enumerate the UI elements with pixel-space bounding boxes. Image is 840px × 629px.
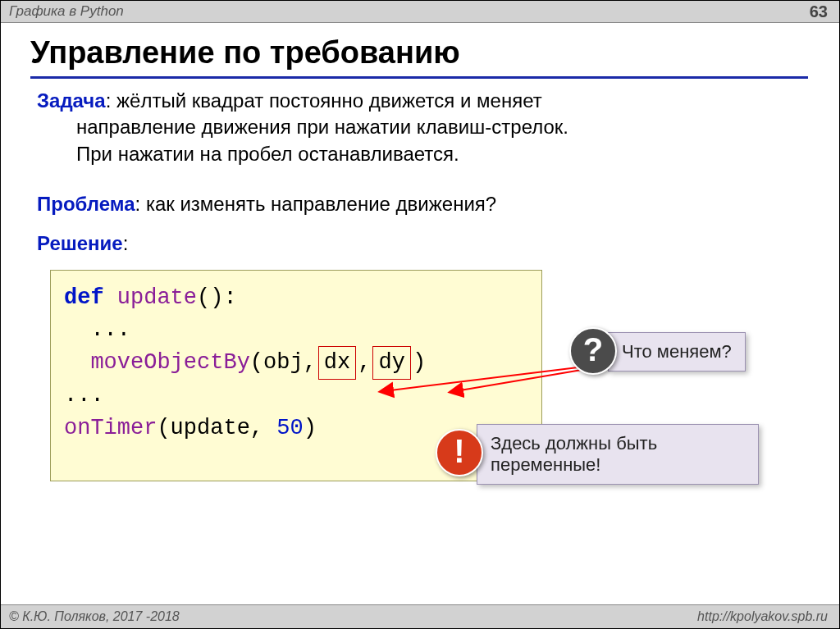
- question-text: Что меняем?: [622, 341, 732, 362]
- code-var-dy: dy: [372, 346, 410, 380]
- code-fn-update: update: [117, 285, 197, 310]
- task-line2: направление движения при нажатии клавиш-…: [37, 114, 800, 140]
- footer-url: http://kpolyakov.spb.ru: [697, 609, 828, 624]
- problem-text: : как изменять направление движения?: [135, 193, 497, 215]
- code-ellipsis1: ...: [64, 317, 130, 342]
- code-comma: ,: [358, 350, 371, 375]
- slide-title: Управление по требованию: [30, 37, 460, 68]
- code-ellipsis2: ...: [64, 383, 104, 408]
- task-label: Задача: [37, 89, 106, 112]
- solution-colon: :: [123, 232, 129, 254]
- code-ontimer-args2: ): [304, 416, 317, 440]
- code-paren1: ():: [197, 285, 237, 310]
- page-number: 63: [810, 2, 828, 21]
- solution-label: Решение: [37, 232, 123, 254]
- task-paragraph: Задача: жёлтый квадрат постоянно движетс…: [37, 88, 800, 167]
- exclamation-callout: Здесь должны быть переменные!: [477, 424, 759, 485]
- title-underline: [30, 76, 808, 79]
- code-var-dx: dx: [318, 346, 356, 380]
- code-kw-def: def: [64, 285, 117, 310]
- header-bar: [1, 1, 839, 23]
- solution-label-line: Решение:: [37, 230, 128, 257]
- task-line3: При нажатии на пробел останавливается.: [37, 141, 800, 167]
- problem-paragraph: Проблема: как изменять направление движе…: [37, 191, 496, 217]
- code-fn-ontimer: onTimer: [64, 416, 157, 440]
- question-callout: Что меняем?: [608, 332, 746, 371]
- exclamation-badge: !: [436, 429, 483, 476]
- code-args-open: (obj,: [250, 350, 317, 375]
- excl-line1: Здесь должны быть: [491, 433, 745, 454]
- problem-label: Проблема: [37, 193, 135, 215]
- task-line1: : жёлтый квадрат постоянно движется и ме…: [106, 89, 542, 112]
- footer-copyright: © К.Ю. Поляков, 2017 -2018: [9, 609, 180, 624]
- code-ontimer-args1: (update,: [157, 416, 276, 440]
- header-topic: Графика в Python: [9, 3, 124, 20]
- code-num-50: 50: [276, 416, 303, 440]
- question-badge: ?: [569, 327, 617, 375]
- code-fn-moveobjectby: moveObjectBy: [64, 350, 250, 375]
- excl-line2: переменные!: [491, 454, 745, 476]
- code-args-close: ): [413, 350, 426, 375]
- slide: Графика в Python 63 Управление по требов…: [0, 0, 840, 629]
